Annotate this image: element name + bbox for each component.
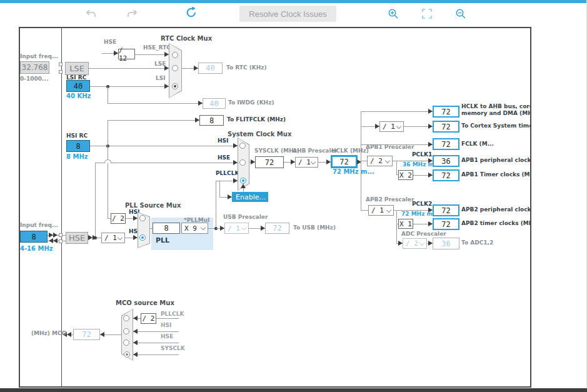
chevron-down-icon <box>396 123 401 128</box>
wire <box>133 331 179 332</box>
hclk-ahb-output-value[interactable]: 72 <box>433 106 459 118</box>
mco-mux-hse-radio[interactable] <box>123 339 129 346</box>
wire <box>133 329 138 334</box>
fclk-label: FCLK (M... <box>461 141 494 147</box>
apb2-timer-value[interactable]: 72 <box>433 218 459 230</box>
wire <box>428 142 433 147</box>
apb2-timer-multiplier-box: X 1 <box>398 219 413 229</box>
hclk-ahb-output-label-line1: HCLK to AHB bus, core, <box>461 103 531 109</box>
undo-icon[interactable] <box>85 8 96 18</box>
pllmul-select[interactable]: X 9 <box>181 223 208 234</box>
lse-range-label: 0-1000... <box>20 76 48 82</box>
wire <box>53 238 58 243</box>
hclk-value[interactable]: 72 <box>331 155 358 168</box>
wire <box>194 66 198 71</box>
resolve-clock-issues-button[interactable]: Resolve Clock Issues <box>239 6 336 22</box>
mco-hsi-label: HSI <box>161 322 171 328</box>
wire <box>133 316 138 321</box>
cortex-prescaler-select[interactable]: / 1 <box>379 121 404 132</box>
wire <box>261 226 265 231</box>
sys-mux-pllclk-radio[interactable] <box>240 178 246 184</box>
wire <box>133 235 138 240</box>
mco-value: 72 <box>73 329 100 340</box>
lsi-freq-field[interactable]: 40 <box>66 80 90 92</box>
apb1-prescaler-select[interactable]: / 2 <box>367 156 393 166</box>
apb2-prescaler-select[interactable]: / 1 <box>368 205 394 216</box>
wire <box>228 194 232 199</box>
wire <box>108 103 203 104</box>
pll-source-mux-title: PLL Source Mux <box>125 202 181 209</box>
wire <box>233 143 238 148</box>
lse-oscillator-box: LSE <box>65 62 89 75</box>
apb2-timer-label: APB2 timer clocks (MHz <box>461 220 531 226</box>
hsi-freq-field[interactable]: 8 <box>66 140 90 152</box>
mco-mux-hsi-radio[interactable] <box>123 328 129 334</box>
pll-block-label: PLL <box>156 236 169 244</box>
cortex-timer-value[interactable]: 72 <box>433 121 459 133</box>
apb1-prescaler-value: / 2 <box>370 157 383 165</box>
lse-pin-bottom <box>59 70 63 74</box>
lse-input-freq-label: Input freq... <box>20 53 58 59</box>
zoom-in-icon[interactable] <box>388 8 399 19</box>
rtc-hse-div12-box[interactable]: / 12 <box>118 49 135 59</box>
apb2-peripheral-value[interactable]: 72 <box>433 204 459 216</box>
zoom-out-icon[interactable] <box>455 8 466 19</box>
wire <box>398 241 403 246</box>
pll-hse-div-value: / 1 <box>104 234 117 242</box>
fit-to-screen-icon[interactable] <box>421 8 433 19</box>
mco-mux-pllclk-radio[interactable] <box>123 315 129 321</box>
pll-hse-div-select[interactable]: / 1 <box>101 233 125 243</box>
apb1-timer-value[interactable]: 72 <box>433 169 459 181</box>
rtc-mux-hse-rtc-radio[interactable] <box>172 52 178 58</box>
rtc-mux-title: RTC Clock Mux <box>161 35 212 42</box>
pclk1-label: PCLK1 <box>412 151 432 158</box>
sys-mux-hse-label: HSE <box>218 154 230 161</box>
hse-freq-field[interactable]: 8 <box>20 231 48 243</box>
pll-mux-hsi-radio[interactable] <box>139 215 146 221</box>
wire <box>361 161 367 161</box>
pclk2-label: PCLK2 <box>412 201 432 207</box>
wire <box>49 238 53 243</box>
mco-mux-sysclk-radio[interactable] <box>124 351 130 358</box>
sys-mux-hsi-label: HSI <box>218 138 228 144</box>
pll-input-value[interactable]: 8 <box>153 223 180 234</box>
sysclk-value[interactable]: 72 <box>255 156 284 168</box>
pll-mux-hse-radio[interactable] <box>139 234 146 241</box>
rtc-mux-lsi-radio[interactable] <box>172 83 178 89</box>
wire <box>88 235 93 240</box>
apb1-peripheral-value[interactable]: 36 <box>433 155 459 167</box>
wire <box>104 159 111 163</box>
wire <box>133 340 138 345</box>
wire <box>233 160 238 165</box>
lse-pin-top <box>59 63 63 66</box>
ahb-prescaler-select[interactable]: / 1 <box>295 157 318 168</box>
redo-icon[interactable] <box>126 8 138 18</box>
sys-mux-hsi-radio[interactable] <box>239 143 246 149</box>
rtc-output-value: 40 <box>198 63 223 74</box>
usb-prescaler-select: / 1 <box>224 223 249 234</box>
wire <box>135 54 169 55</box>
wire <box>361 111 433 112</box>
enable-css-button[interactable]: Enable... <box>232 192 268 202</box>
reset-icon[interactable] <box>184 6 198 19</box>
pll-hsi-div2-box: / 2 <box>111 213 126 224</box>
wire <box>156 318 179 319</box>
wire <box>233 178 238 183</box>
sys-mux-hse-radio[interactable] <box>239 159 246 166</box>
wire <box>428 124 433 129</box>
wire <box>108 120 108 219</box>
wire <box>396 161 397 175</box>
flitfclk-label: To FLITFCLK (MHz) <box>227 116 286 123</box>
rtc-mux-lse-radio[interactable] <box>172 65 178 71</box>
rtc-hse-stub-label: HSE <box>104 39 116 45</box>
fclk-value[interactable]: 72 <box>433 138 459 150</box>
system-clock-mux-title: System Clock Mux <box>228 131 291 138</box>
flitfclk-value: 8 <box>199 115 224 126</box>
iwdg-output-value: 40 <box>203 98 226 109</box>
sys-mux-pllclk-label: PLLCLK <box>216 170 239 176</box>
wire <box>361 210 368 211</box>
mco-output-label: (MHz) MCO <box>31 330 66 336</box>
wire <box>95 163 238 163</box>
wire <box>164 66 169 71</box>
hse-pin-bottom <box>59 239 63 243</box>
